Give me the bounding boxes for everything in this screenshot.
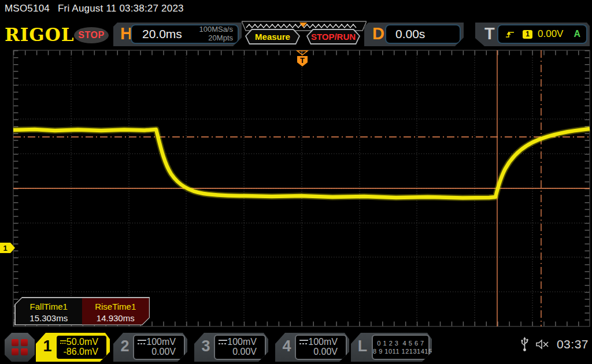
channel1-button[interactable]: 1 50.0mV -86.0mV — [36, 333, 110, 362]
channel-scale: 100mV — [146, 337, 176, 347]
menu-grid-icon — [12, 339, 28, 355]
oscilloscope-screen: MSO5104Fri August 11 03:38:27 2023 RIGOL… — [0, 0, 592, 364]
rigol-logo: RIGOL — [5, 24, 75, 45]
trigger-marker-letter: T — [300, 56, 305, 65]
measurement-name: RiseTime1 — [82, 302, 149, 311]
trigger-slope-icon — [505, 29, 515, 39]
menu-button[interactable] — [5, 333, 35, 362]
channel4-button[interactable]: 4 100mV 0.00V — [275, 333, 349, 362]
trigger-source-badge: 1 — [523, 30, 532, 39]
measurement-risetime[interactable]: RiseTime1 14.930ms — [82, 298, 149, 325]
speaker-muted-icon — [536, 339, 550, 350]
timebase-value: 20.0ms — [142, 27, 182, 41]
channel-number: 3 — [198, 337, 213, 355]
channel-number: 2 — [117, 337, 132, 355]
channel-number: 1 — [40, 337, 55, 355]
model-name: MSO5104 — [5, 3, 50, 14]
waveform-trace — [13, 129, 590, 198]
channel1-marker-number: 1 — [3, 244, 7, 252]
delay-value: 0.00s — [395, 27, 425, 41]
datetime-text: Fri August 11 03:38:27 2023 — [58, 3, 184, 14]
channel2-button[interactable]: 2 100mV 0.00V — [113, 333, 187, 362]
channel-offset: 0.00V — [138, 347, 176, 357]
measurement-falltime[interactable]: FallTime1 15.303ms — [16, 298, 83, 325]
titlebar: MSO5104Fri August 11 03:38:27 2023 — [5, 3, 184, 14]
trigger-label: T — [484, 24, 495, 43]
channel-scale: 100mV — [308, 337, 338, 347]
stop-run-button[interactable]: STOP/RUN — [306, 29, 360, 44]
measure-button[interactable]: Measure — [245, 29, 300, 44]
horizontal-settings-box[interactable]: H 20.0ms 100MSa/s 20Mpts — [113, 23, 242, 46]
channel-offset: 0.00V — [299, 347, 338, 357]
channel-scale: 100mV — [227, 337, 257, 347]
logic-label: L — [355, 337, 370, 355]
clock-text: 03:37 — [557, 337, 589, 351]
logic-channels-button[interactable]: L 0 1 2 3 4 5 6 7 8 9 1011 12131415 — [351, 333, 432, 362]
channel3-button[interactable]: 3 100mV 0.00V — [194, 333, 268, 362]
logic-row-2: 8 9 1011 12131415 — [373, 347, 428, 355]
measurement-name: FallTime1 — [16, 302, 83, 311]
run-state-badge: STOP — [74, 27, 109, 43]
dc-coupling-icon — [219, 339, 227, 345]
memory-depth: 20Mpts — [208, 34, 233, 42]
status-area: 03:37 — [520, 337, 589, 352]
channel-number: 4 — [279, 337, 294, 355]
dc-coupling-icon — [60, 339, 66, 345]
sample-rate: 100MSa/s — [199, 25, 233, 34]
channel-offset: 0.00V — [219, 347, 257, 357]
acquisition-info: 100MSa/s 20Mpts — [199, 25, 233, 43]
dc-coupling-icon — [299, 339, 308, 345]
waveform-display: T 1 — [0, 49, 592, 330]
trigger-mode-indicator: A — [574, 29, 580, 39]
trigger-settings-box[interactable]: T 1 0.00V A — [475, 23, 590, 46]
measurement-value: 14.930ms — [82, 313, 149, 323]
dc-coupling-icon — [138, 339, 146, 345]
delay-label: D — [372, 24, 384, 43]
channel-scale: 50.0mV — [66, 337, 98, 347]
delay-settings-box[interactable]: D 0.00s — [364, 23, 464, 46]
channel1-position-marker[interactable]: 1 — [0, 243, 15, 253]
trigger-level-value: 0.00V — [538, 28, 563, 40]
usb-icon — [520, 337, 529, 352]
channel-offset: -86.0mV — [60, 347, 98, 357]
logic-row-1: 0 1 2 3 4 5 6 7 — [373, 339, 428, 347]
measurement-panel: FallTime1 15.303ms RiseTime1 14.930ms — [14, 297, 150, 325]
measurement-value: 15.303ms — [16, 313, 83, 323]
